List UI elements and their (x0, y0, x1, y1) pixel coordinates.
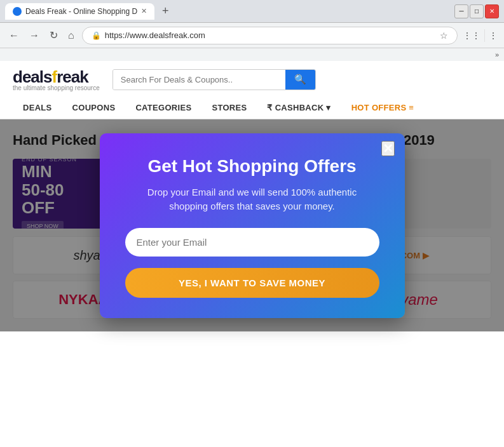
modal-title: Get Hot Shopping Offers (125, 156, 379, 177)
nav-hot-offers[interactable]: HOT OFFERS ≡ (341, 97, 425, 119)
nav-bar: DEALS COUPONS CATEGORIES STORES ₹ CASHBA… (13, 97, 491, 119)
forward-button[interactable]: → (27, 27, 42, 44)
search-input[interactable] (113, 70, 285, 90)
browser-titlebar: Deals Freak - Online Shopping D ✕ + ─ □ … (0, 0, 504, 23)
minimize-button[interactable]: ─ (454, 4, 468, 18)
nav-categories[interactable]: CATEGORIES (125, 97, 201, 119)
tab-title: Deals Freak - Online Shopping D (25, 7, 137, 16)
website: dealsfreak the ultimate shopping resourc… (0, 61, 504, 447)
close-button[interactable]: ✕ (485, 4, 499, 18)
tab-favicon (13, 7, 22, 16)
extensions-label: » (495, 51, 499, 58)
search-bar: 🔍 (112, 69, 316, 90)
new-tab-button[interactable]: + (158, 4, 173, 18)
logo-tagline: the ultimate shopping resource (13, 84, 100, 91)
modal-email-input[interactable] (125, 228, 379, 257)
address-bar: ← → ↻ ⌂ 🔒 https://www.dealsfreak.com ☆ ⋮… (0, 23, 504, 48)
logo-area: dealsfreak the ultimate shopping resourc… (13, 67, 100, 91)
maximize-button[interactable]: □ (470, 4, 484, 18)
modal-cta-button[interactable]: YES, I WANT TO SAVE MONEY (125, 268, 379, 298)
menu-button[interactable]: ⋮ (489, 30, 498, 41)
home-button[interactable]: ⌂ (65, 27, 77, 44)
window-controls: ─ □ ✕ (454, 4, 499, 18)
back-button[interactable]: ← (6, 27, 22, 44)
reload-button[interactable]: ↻ (47, 27, 60, 44)
tab-close-button[interactable]: ✕ (141, 7, 147, 15)
nav-cashback[interactable]: ₹ CASHBACK ▾ (257, 97, 341, 119)
extra-nav: ⋮⋮ ⋮ (463, 29, 498, 42)
address-field[interactable]: 🔒 https://www.dealsfreak.com ☆ (82, 27, 458, 44)
email-modal: ✕ Get Hot Shopping Offers Drop your Emai… (100, 133, 405, 318)
nav-coupons[interactable]: COUPONS (62, 97, 126, 119)
nav-stores[interactable]: STORES (201, 97, 257, 119)
page-content: Hand Picked Online Deals, Coupons & Cash… (0, 119, 504, 331)
lock-icon: 🔒 (92, 31, 101, 40)
divider (484, 29, 485, 42)
site-header: dealsfreak the ultimate shopping resourc… (0, 61, 504, 119)
modal-close-button[interactable]: ✕ (381, 141, 395, 156)
nav-deals[interactable]: DEALS (13, 97, 62, 119)
modal-subtitle: Drop your Email and we will send 100% au… (125, 185, 379, 214)
browser-tab[interactable]: Deals Freak - Online Shopping D ✕ (5, 3, 154, 20)
bookmark-icon[interactable]: ☆ (440, 30, 448, 41)
extensions-row: » (0, 48, 504, 61)
extensions-button[interactable]: ⋮⋮ (463, 30, 480, 41)
header-top: dealsfreak the ultimate shopping resourc… (13, 67, 491, 91)
url-text: https://www.dealsfreak.com (105, 30, 205, 40)
modal-overlay: ✕ Get Hot Shopping Offers Drop your Emai… (0, 119, 504, 331)
search-button[interactable]: 🔍 (285, 70, 315, 90)
